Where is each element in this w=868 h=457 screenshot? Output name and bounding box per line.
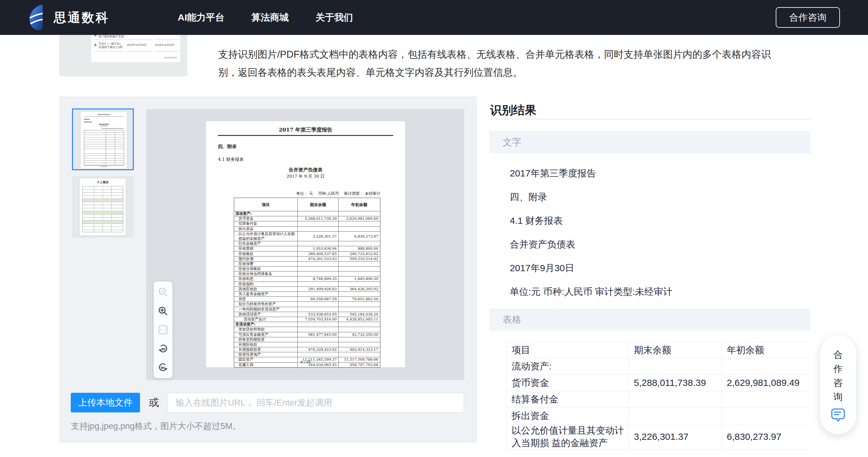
doc-table-row: 一年内到期的非流动资产: [234, 307, 380, 312]
document-page: 2017 年第三季度报告 四、附录 4.1 财务报表 合并资产负债表 2017 …: [206, 121, 405, 367]
example-row1-label: 地下室结构施工完成: [98, 35, 124, 39]
cell-label: 应收股利: [234, 282, 298, 286]
doc-table-row: 其他应收款291,499,926.83364,426,205.02: [234, 286, 380, 292]
doc-table-row: 应收分保账款: [234, 266, 380, 271]
cell-label: 划分为持有待售的资产: [234, 302, 298, 306]
cell-value: 4,428,852,485.11: [339, 317, 380, 322]
cell-value: [628, 358, 721, 375]
nav-item-about-us[interactable]: 关于我们: [315, 11, 353, 24]
cell-label: 一年内到期的非流动资产: [234, 307, 298, 312]
doc-table-row: 货币资金5,288,011,738.392,629,981,089.49: [234, 216, 380, 221]
example-row2-label-line2: 完成地下室以上2层: [98, 45, 123, 49]
text-section-header: 文字: [490, 131, 811, 153]
rotate-right-icon[interactable]: 90: [157, 362, 169, 373]
cell-value: [298, 302, 339, 306]
cell-value: [298, 292, 339, 297]
divider: [94, 39, 124, 40]
table-row: 以公允价值计量且其变动计入当期损 益的金融资产 3,226,301.37 6,8…: [506, 424, 811, 450]
text-result-line: 4.1 财务报表: [510, 214, 673, 227]
doc-table-row: 流动资产:: [234, 211, 380, 216]
cell-value: 69,558,687.59: [298, 297, 339, 301]
cell-value: 2,629,981,089.49: [339, 216, 380, 221]
rotate-left-icon[interactable]: 90: [157, 343, 169, 355]
one-to-one-icon[interactable]: 1 : 1: [157, 324, 169, 335]
doc-table-row: 结算备付金: [234, 221, 380, 226]
cell-label: 衍生金融资产: [234, 241, 298, 246]
thumbnail-resume[interactable]: 个人简历: [72, 176, 134, 238]
consult-button[interactable]: 合作咨询: [776, 7, 840, 28]
cell-value: 1,645,890.39: [339, 276, 380, 281]
cell-label: 应收分保合同准备金: [234, 272, 298, 276]
cell-value: 42,732,350.00: [339, 332, 380, 337]
nav-item-ai-platform[interactable]: AI能力平台: [178, 11, 224, 24]
text-result-line: 合并资产负债表: [510, 238, 673, 251]
table-recognition-demo-panel: 个人简历 2017 年第三季度报告 四、附录 4.1 财务报表 合并资产负债表 …: [59, 96, 477, 443]
cell-label: 应收利息: [234, 276, 298, 281]
description-line-2: 别，返回各表格的表头表尾内容、单元格文字内容及其行列位置信息。: [218, 64, 771, 82]
doc-table-row: 划分为持有待售的资产: [234, 301, 380, 306]
thumbnail-page-preview: [81, 112, 127, 169]
image-url-input[interactable]: [168, 393, 464, 413]
cell-value: [339, 221, 380, 226]
cell-value: [298, 241, 339, 246]
cell-value: [339, 267, 380, 271]
cell-value: 482,914,333.17: [339, 347, 380, 352]
cell-label: 流动资产合计: [234, 317, 298, 322]
cell-label: 可供出售金融资产: [234, 332, 298, 337]
doc-table-row: 其他流动资产533,938,653.95545,184,036.20: [234, 312, 380, 317]
doc-table-row: 长期应收款: [234, 342, 380, 347]
description-line-1: 支持识别图片/PDF格式文档中的表格内容，包括有线表格、无线表格、合并单元格表格…: [218, 45, 771, 64]
text-result-line: 四、附录: [510, 191, 673, 203]
cell-value: [339, 292, 380, 297]
cell-label: 预付款项: [234, 256, 298, 261]
cell-value: 79,651,862.50: [339, 297, 380, 301]
nav-item-algorithm-market[interactable]: 算法商城: [251, 11, 289, 24]
thumbnail-financial-report[interactable]: [72, 109, 134, 170]
zoom-in-icon[interactable]: [157, 305, 169, 317]
floating-consult-button[interactable]: 合作咨询: [820, 335, 856, 434]
preview-toolbar: 1 : 1 90 90: [154, 281, 173, 378]
cell-value: [298, 226, 339, 231]
table-section-header: 表格: [490, 309, 811, 331]
cell-value: [298, 272, 339, 276]
table-row: 拆出资金: [506, 408, 811, 424]
cell-value: 1,010,636.94: [298, 246, 339, 251]
cell-value: [339, 322, 380, 327]
upload-local-file-button[interactable]: 上传本地文件: [71, 393, 140, 413]
doc-table-row: 发放贷款和垫款: [234, 327, 380, 332]
chat-bubble-icon: [831, 408, 845, 422]
text-result-line: 2017年9月30日: [510, 262, 673, 274]
svg-text:1 : 1: 1 : 1: [160, 328, 166, 332]
thumbnail-page-preview: 个人简历: [80, 179, 126, 235]
doc-table-row: 应收股利: [234, 281, 380, 286]
svg-text:90: 90: [161, 347, 165, 351]
cell-value: 981,477,845.00: [298, 332, 339, 337]
doc-table-row: 拆出资金: [234, 226, 380, 231]
cell-value: 364,426,205.02: [339, 287, 380, 292]
cell-value: [339, 211, 380, 216]
doc-table-row: 应收分保合同准备金: [234, 271, 380, 276]
cell-label: 持有至到期投资: [234, 337, 298, 342]
table-row: 货币资金 5,288,011,738.39 2,629,981,089.49: [506, 375, 811, 391]
cell-value: 5,288,011,738.39: [628, 375, 721, 391]
doc-table-header-row: 项目期末余额年初余额: [234, 198, 380, 211]
cell-label: 投资性房地产: [234, 352, 298, 357]
cell-value: [339, 307, 380, 312]
cell-value: [298, 211, 339, 216]
cell-value: [339, 226, 380, 231]
upload-format-hint: 支持jpg,jpeg,png格式，图片大小不超过5M。: [71, 421, 241, 432]
or-label: 或: [149, 396, 159, 409]
brand-logo-icon[interactable]: [28, 4, 46, 31]
cell-value: 6,830,273.97: [721, 424, 811, 450]
cell-label: 流动资产:: [234, 211, 298, 216]
doc-table-row: 应收账款389,409,537.65290,733,812.62: [234, 251, 380, 256]
cell-value: [339, 282, 380, 286]
cell-value: [628, 391, 721, 408]
cell-value: [339, 352, 380, 357]
cell-label: 结算备付金: [506, 391, 628, 408]
zoom-out-icon[interactable]: [157, 286, 169, 298]
doc-table-row: 流动资产合计7,059,703,916.004,428,852,485.11: [234, 317, 380, 322]
cell-label: 应收分保账款: [234, 267, 298, 271]
doc-page-number: 9 / 20: [206, 360, 405, 364]
cell-value: 3,226,301.37: [298, 232, 339, 241]
